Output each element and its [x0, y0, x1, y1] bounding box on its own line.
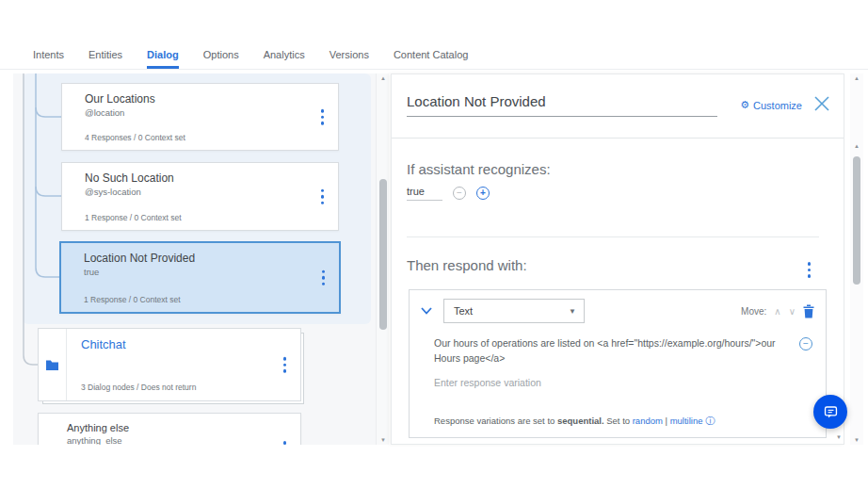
- gear-icon: ⚙: [740, 99, 749, 111]
- node-meta: 4 Responses / 0 Context set: [85, 133, 185, 142]
- scroll-up-icon[interactable]: ▲: [850, 75, 863, 81]
- kebab-menu-icon[interactable]: [318, 106, 328, 128]
- scrollbar-thumb[interactable]: [379, 179, 387, 330]
- move-label: Move:: [741, 306, 766, 317]
- response-variation-placeholder[interactable]: Enter response variation: [434, 377, 541, 388]
- kebab-menu-icon[interactable]: [281, 354, 290, 376]
- scroll-up-icon[interactable]: ▲: [377, 75, 390, 81]
- condition-row: true − +: [407, 186, 490, 201]
- close-icon[interactable]: [813, 95, 830, 112]
- node-meta: 1 Response / 0 Context set: [84, 295, 181, 304]
- node-condition: @location: [85, 107, 338, 118]
- node-editor-panel: ⚙ Customize If assistant recognizes: tru…: [391, 73, 844, 445]
- multiline-link[interactable]: multiline: [670, 416, 703, 426]
- response-variation-text[interactable]: Our hours of operations are listed on <a…: [434, 335, 796, 367]
- footer-set-to: Set to: [604, 416, 633, 426]
- kebab-menu-icon[interactable]: [319, 267, 329, 288]
- node-condition: @sys-location: [85, 187, 338, 197]
- dialog-node-our-locations[interactable]: Our Locations @location 4 Responses / 0 …: [61, 83, 339, 151]
- info-icon[interactable]: ⓘ: [705, 416, 715, 426]
- response-type-value: Text: [454, 305, 569, 317]
- node-title-input[interactable]: [407, 93, 717, 117]
- dialog-node-location-not-provided[interactable]: Location Not Provided true 1 Response / …: [59, 241, 341, 314]
- move-down-icon[interactable]: ∨: [789, 306, 796, 317]
- node-meta: 1 Response / 0 Context set: [85, 213, 182, 222]
- remove-variation-icon[interactable]: −: [799, 337, 812, 350]
- response-footer: Response variations are set to sequentia…: [434, 415, 715, 428]
- footer-divider: |: [663, 416, 670, 426]
- dialog-folder-chitchat[interactable]: Chitchat 3 Dialog nodes / Does not retur…: [38, 328, 301, 401]
- scrollbar-thumb[interactable]: [853, 156, 860, 285]
- tab-intents[interactable]: Intents: [33, 49, 64, 69]
- top-tab-bar: Intents Entities Dialog Options Analytic…: [0, 41, 868, 70]
- remove-condition-icon[interactable]: −: [453, 187, 466, 200]
- condition-value-field[interactable]: true: [407, 186, 442, 201]
- delete-trash-icon[interactable]: [803, 304, 814, 318]
- scroll-up-icon[interactable]: ▲: [850, 143, 863, 149]
- node-title: No Such Location: [85, 171, 338, 185]
- scroll-down-icon[interactable]: ▼: [377, 437, 390, 443]
- tab-versions[interactable]: Versions: [330, 49, 369, 69]
- add-condition-icon[interactable]: +: [476, 187, 490, 200]
- tree-scrollbar[interactable]: ▲ ▼: [376, 73, 389, 445]
- dialog-node-anything-else[interactable]: Anything else anything_else: [38, 413, 301, 445]
- recognizes-heading: If assistant recognizes:: [407, 161, 551, 177]
- scroll-down-icon[interactable]: ▼: [836, 434, 842, 440]
- node-condition: anything_else: [67, 435, 300, 445]
- dialog-tree-panel: Our Locations @location 4 Responses / 0 …: [13, 73, 377, 445]
- kebab-menu-icon[interactable]: [281, 438, 290, 445]
- tab-analytics[interactable]: Analytics: [264, 49, 305, 69]
- node-title: Our Locations: [85, 92, 338, 106]
- editor-scrollbar[interactable]: ▲ ▲ ▼: [850, 73, 863, 445]
- feedback-chat-button[interactable]: [813, 395, 847, 429]
- scroll-down-icon[interactable]: ▼: [850, 437, 863, 443]
- node-title: Anything else: [67, 422, 300, 433]
- watson-assistant-dialog-page: Intents Entities Dialog Options Analytic…: [0, 0, 868, 489]
- customize-label: Customize: [753, 100, 802, 111]
- footer-mode: sequential.: [557, 416, 604, 426]
- node-meta: 3 Dialog nodes / Does not return: [81, 383, 196, 392]
- footer-text: Response variations are set to: [434, 416, 557, 426]
- tab-dialog[interactable]: Dialog: [147, 49, 179, 69]
- tab-entities[interactable]: Entities: [88, 49, 122, 69]
- chat-bubble-icon: [823, 404, 839, 420]
- node-condition: true: [84, 267, 339, 277]
- customize-button[interactable]: ⚙ Customize: [740, 99, 802, 111]
- editor-header: ⚙ Customize: [392, 74, 844, 139]
- kebab-menu-icon[interactable]: [318, 186, 328, 207]
- move-up-icon[interactable]: ∧: [774, 306, 780, 317]
- response-type-dropdown[interactable]: Text ▼: [443, 299, 585, 323]
- dialog-node-no-such-location[interactable]: No Such Location @sys-location 1 Respons…: [61, 162, 339, 231]
- collapse-chevron-icon[interactable]: [421, 307, 432, 315]
- tab-content-catalog[interactable]: Content Catalog: [394, 49, 469, 69]
- section-divider: [407, 236, 819, 237]
- respond-heading: Then respond with:: [407, 257, 527, 273]
- response-toolbar: Text ▼ Move: ∧ ∨: [410, 290, 826, 332]
- move-controls: Move: ∧ ∨: [741, 304, 814, 318]
- folder-icon: [45, 359, 59, 371]
- node-title: Location Not Provided: [84, 252, 339, 265]
- random-link[interactable]: random: [633, 416, 663, 426]
- response-card: Text ▼ Move: ∧ ∨ Our hours of operations…: [409, 289, 827, 438]
- node-title: Chitchat: [81, 337, 300, 351]
- chevron-down-icon: ▼: [569, 307, 576, 316]
- tab-options[interactable]: Options: [203, 49, 239, 69]
- respond-kebab-menu-icon[interactable]: [805, 259, 814, 281]
